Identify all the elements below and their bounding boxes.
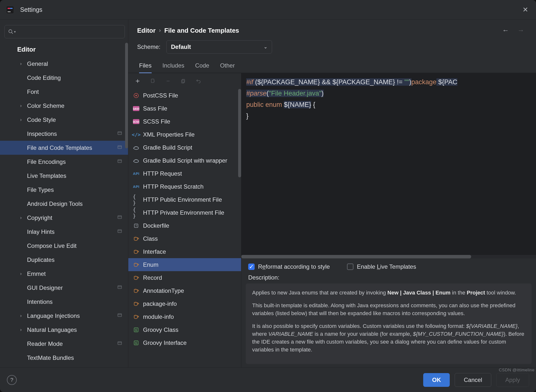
scope-icon [117,158,122,165]
template-item-http-private-environment-file[interactable]: { }HTTP Private Environment File [128,206,241,219]
editor-horizontal-scrollbar[interactable] [241,255,536,258]
scheme-select[interactable]: Default ⌄ [166,40,272,54]
live-templates-checkbox[interactable]: Enable Live Templates [347,263,416,270]
breadcrumb-root[interactable]: Editor [137,27,156,34]
apply-button: Apply [496,373,529,387]
sidebar-item-color-scheme[interactable]: ›Color Scheme [0,99,128,113]
sidebar-item-natural-languages[interactable]: ›Natural Languages [0,323,128,337]
sidebar-item-gui-designer[interactable]: GUI Designer [0,281,128,295]
svg-rect-10 [118,216,122,219]
template-item-annotationtype[interactable]: AnnotationType [128,284,241,297]
sidebar-item-code-editing[interactable]: Code Editing [0,71,128,85]
sidebar-item-file-and-code-templates[interactable]: File and Code Templates [0,141,128,155]
template-item-xml-properties-file[interactable]: </>XML Properties File [128,128,241,141]
sidebar-item-emmet[interactable]: ›Emmet [0,267,128,281]
cup-icon [133,287,140,294]
api-icon: API [133,170,140,177]
cancel-button[interactable]: Cancel [455,373,491,387]
template-item-http-public-environment-file[interactable]: { }HTTP Public Environment File [128,193,241,206]
svg-rect-6 [118,146,122,149]
chevron-right-icon: › [20,103,22,108]
settings-tree[interactable]: Editor ›GeneralCode EditingFont›Color Sc… [0,42,128,367]
chevron-right-icon: › [20,215,22,220]
tab-files[interactable]: Files [139,62,152,73]
sidebar-item-textmate-bundles[interactable]: TextMate Bundles [0,351,128,365]
sidebar-item-copyright[interactable]: ›Copyright [0,211,128,225]
tab-code[interactable]: Code [195,62,209,73]
svg-rect-14 [118,286,122,289]
groovy-icon: G [133,339,140,346]
braces-icon: { } [133,196,140,203]
chevron-right-icon: › [20,117,22,122]
svg-text:SCSS: SCSS [133,120,139,123]
scope-icon [117,284,122,291]
sidebar-item-font[interactable]: Font [0,85,128,99]
template-item-sass-file[interactable]: SASSSass File [128,102,241,115]
sidebar-item-live-templates[interactable]: Live Templates [0,169,128,183]
template-item-http-request-scratch[interactable]: APIHTTP Request Scratch [128,180,241,193]
template-item-gradle-build-script[interactable]: Gradle Build Script [128,141,241,154]
chevron-right-icon: › [20,271,22,276]
sidebar-item-inspections[interactable]: Inspections [0,127,128,141]
gradle-icon [133,144,140,151]
template-item-enum[interactable]: Enum [128,258,241,271]
svg-rect-20 [151,79,154,83]
reformat-checkbox[interactable]: ✓ Reformat according to style [248,263,330,270]
groovy-icon: G [133,326,140,333]
template-code-editor[interactable]: #if (${PACKAGE_NAME} && ${PACKAGE_NAME} … [241,73,536,258]
scope-icon [117,228,122,235]
sidebar-item-intentions[interactable]: Intentions [0,295,128,309]
sidebar-item-language-injections[interactable]: ›Language Injections [0,309,128,323]
sidebar-item-code-style[interactable]: ›Code Style [0,113,128,127]
template-item-class[interactable]: Class [128,232,241,245]
sass-icon: SASS [133,105,140,112]
template-item-module-info[interactable]: module-info [128,310,241,323]
sidebar-item-file-types[interactable]: File Types [0,183,128,197]
template-item-gradle-build-script-with-wrapper[interactable]: Gradle Build Script with wrapper [128,154,241,167]
sidebar-item-duplicates[interactable]: Duplicates [0,253,128,267]
template-item-dockerfile[interactable]: ?Dockerfile [128,219,241,232]
svg-text:?: ? [135,224,137,227]
scope-icon [117,340,122,347]
svg-rect-18 [118,342,122,345]
sidebar-item-android-design-tools[interactable]: Android Design Tools [0,197,128,211]
sidebar-item-file-encodings[interactable]: File Encodings [0,155,128,169]
svg-rect-1 [8,12,11,12]
scrollbar-thumb[interactable] [238,89,241,177]
template-item-http-request[interactable]: APIHTTP Request [128,167,241,180]
tab-other[interactable]: Other [220,62,235,73]
scheme-value: Default [171,43,191,50]
template-item-groovy-interface[interactable]: GGroovy Interface [128,336,241,349]
remove-icon[interactable] [165,78,172,84]
template-item-postcss-file[interactable]: PostCSS File [128,89,241,102]
add-icon[interactable] [134,78,141,84]
svg-point-24 [135,95,137,96]
template-item-package-info[interactable]: package-info [128,297,241,310]
svg-line-3 [12,32,13,34]
svg-text:G: G [135,328,137,332]
sidebar-item-general[interactable]: ›General [0,57,128,71]
ok-button[interactable]: OK [423,373,450,387]
docker-icon: ? [133,222,140,229]
tree-heading: Editor [0,44,128,57]
chevron-down-icon: ⌄ [264,44,267,50]
svg-rect-0 [7,6,14,13]
copy-icon[interactable] [180,78,187,84]
sidebar-item-compose-live-edit[interactable]: Compose Live Edit [0,239,128,253]
template-item-record[interactable]: Record [128,271,241,284]
sidebar-item-inlay-hints[interactable]: Inlay Hints [0,225,128,239]
cup-icon [133,261,140,268]
tab-includes[interactable]: Includes [162,62,184,73]
help-icon[interactable]: ? [7,375,17,385]
template-item-scss-file[interactable]: SCSSSCSS File [128,115,241,128]
undo-icon[interactable] [195,78,202,84]
search-input[interactable]: ▾ [4,25,125,38]
scrollbar-thumb[interactable] [125,43,128,148]
sidebar-item-reader-mode[interactable]: Reader Mode [0,337,128,351]
svg-rect-16 [118,314,122,317]
template-item-interface[interactable]: Interface [128,245,241,258]
nav-back-icon[interactable]: ← [502,27,509,34]
copy-template-icon[interactable] [149,78,156,84]
close-icon[interactable]: ✕ [521,5,530,15]
template-item-groovy-class[interactable]: GGroovy Class [128,323,241,336]
